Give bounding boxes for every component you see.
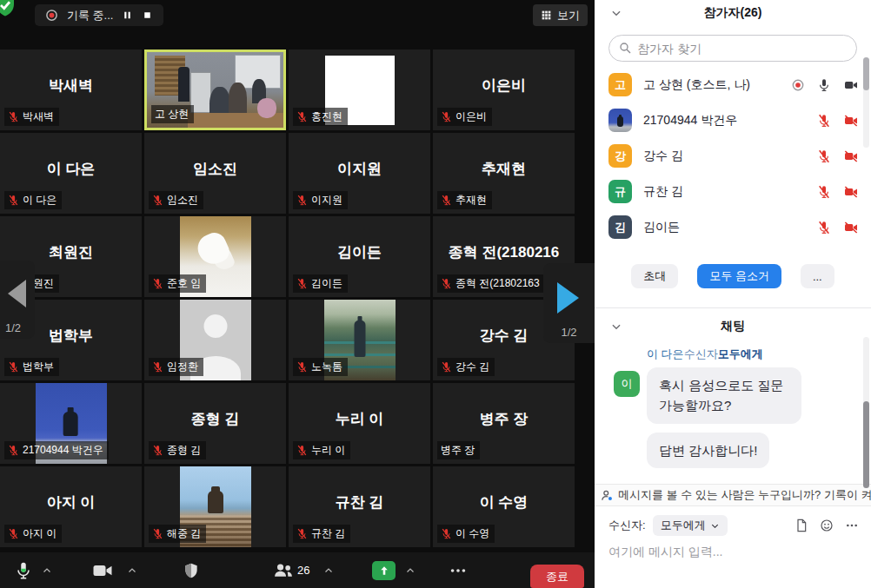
end-meeting-button[interactable]: 종료 <box>530 565 584 588</box>
video-tile[interactable]: 해중 김 <box>144 466 286 547</box>
tile-name-text: 임소진 <box>167 193 198 208</box>
chat-footer: 수신자: 모두에게 <box>595 506 871 588</box>
video-tile[interactable]: 누리 이 누리 이 <box>289 383 430 464</box>
participant-row[interactable]: 21704944 박건우 <box>595 102 871 138</box>
video-tile[interactable]: 이 다은 이 다은 <box>0 133 142 214</box>
tile-name-text: 규찬 김 <box>311 526 345 541</box>
tile-name-tag: 종형 김 <box>149 441 206 459</box>
tile-name-text: 김이든 <box>311 276 342 291</box>
camera-off-icon[interactable] <box>843 221 859 235</box>
collapse-chat-chevron[interactable] <box>610 320 622 333</box>
audio-options-chevron[interactable] <box>42 552 52 588</box>
participants-options-chevron[interactable] <box>323 552 334 588</box>
video-tile[interactable]: 김이든 김이든 <box>289 216 430 297</box>
tile-name-tag: 강수 김 <box>437 358 495 376</box>
participant-row[interactable]: 고 고 상현 (호스트, 나) <box>595 67 871 102</box>
gallery-prev-page-button[interactable]: 1/2 <box>0 261 35 339</box>
tile-name-text: 노녹톰 <box>311 360 342 374</box>
chat-sender-name[interactable]: 이 다은 <box>647 347 684 360</box>
chat-message-input[interactable] <box>608 545 859 558</box>
recipient-dropdown[interactable]: 모두에게 <box>653 515 728 536</box>
video-button[interactable] <box>92 552 113 588</box>
video-detail <box>178 67 189 101</box>
participants-more-button[interactable]: ... <box>801 264 834 288</box>
chat-recipient[interactable]: 모두에게 <box>718 347 763 360</box>
tile-name-tag: 법학부 <box>4 358 59 376</box>
mic-off-icon <box>296 528 308 539</box>
video-tile-active-speaker[interactable]: 고 상현 <box>144 50 286 130</box>
participant-row[interactable]: 강 강수 김 <box>595 138 871 174</box>
pause-recording-button[interactable] <box>122 10 133 21</box>
video-tile[interactable]: 이 수영 이 수영 <box>433 466 575 547</box>
camera-off-icon[interactable] <box>843 185 859 199</box>
page-indicator: 1/2 <box>0 321 35 334</box>
search-input[interactable] <box>608 35 857 62</box>
video-tile[interactable]: 이지원 이지원 <box>289 133 430 214</box>
chat-more-icon[interactable] <box>845 519 859 532</box>
participants-button[interactable]: 26 <box>273 552 309 588</box>
tile-name-tag: 고 상현 <box>151 105 194 123</box>
tile-name-tag: 임소진 <box>149 191 203 209</box>
video-detail <box>229 83 246 116</box>
video-tile[interactable]: 임소진 임소진 <box>144 133 286 214</box>
view-button[interactable]: 보기 <box>533 4 588 26</box>
mic-off-icon <box>296 445 308 456</box>
video-tile[interactable]: 노녹톰 <box>289 300 430 380</box>
video-tile[interactable]: 규찬 김 규찬 김 <box>289 466 430 547</box>
mute-all-button[interactable]: 모두 음소거 <box>697 264 781 288</box>
mute-button[interactable] <box>14 552 33 588</box>
mic-off-icon <box>296 278 308 289</box>
more-button[interactable] <box>449 552 468 588</box>
chevron-up-icon <box>323 565 334 576</box>
recording-dot-icon <box>45 9 58 22</box>
mic-off-icon[interactable] <box>817 114 831 128</box>
zoom-meeting-window: 기록 중... 보기 박새벽 박새벽 <box>0 0 871 588</box>
camera-off-icon[interactable] <box>843 114 859 128</box>
video-tile[interactable]: 추재현 추재현 <box>433 133 575 214</box>
video-tile[interactable]: 종형 김 종형 김 <box>144 383 286 464</box>
participants-header: 참가자(26) <box>595 0 871 26</box>
tile-name-text: 21704944 박건우 <box>23 443 103 458</box>
video-tile[interactable]: 박새벽 박새벽 <box>0 50 142 130</box>
video-tile[interactable]: 준호 임 <box>144 216 286 297</box>
share-options-chevron[interactable] <box>405 552 416 588</box>
participant-row[interactable]: 김 김이든 <box>595 209 871 245</box>
video-tile[interactable]: 21704944 박건우 <box>0 383 142 464</box>
invite-button[interactable]: 초대 <box>631 264 678 288</box>
mic-off-icon[interactable] <box>817 185 831 199</box>
recording-label: 기록 중... <box>67 8 113 23</box>
file-attach-icon[interactable] <box>795 519 808 532</box>
collapse-participants-chevron[interactable] <box>610 7 622 19</box>
video-tile[interactable]: 임정환 <box>144 300 286 380</box>
chat-scrollbar[interactable] <box>863 337 869 488</box>
video-tile[interactable]: 병주 장 병주 장 <box>433 383 575 464</box>
recording-indicator-icon <box>791 78 805 92</box>
camera-icon[interactable] <box>843 78 859 92</box>
page-indicator: 1/2 <box>543 326 595 339</box>
mic-off-icon[interactable] <box>817 149 831 163</box>
video-tile[interactable]: 이은비 이은비 <box>433 50 575 130</box>
camera-off-icon[interactable] <box>843 149 859 163</box>
mic-off-icon[interactable] <box>817 221 831 235</box>
gallery-next-page-button[interactable]: 1/2 <box>543 263 595 343</box>
participant-row[interactable]: 규 규찬 김 <box>595 174 871 209</box>
participant-name: 21704944 박건우 <box>643 113 817 129</box>
encryption-shield-icon[interactable] <box>0 0 18 18</box>
participants-scrollbar[interactable] <box>863 57 869 148</box>
tile-name-text: 강수 김 <box>455 360 489 374</box>
stop-recording-button[interactable] <box>142 10 153 21</box>
video-options-chevron[interactable] <box>127 552 137 588</box>
tile-name-tag: 준호 임 <box>149 274 206 293</box>
mic-off-icon <box>152 361 163 373</box>
tile-name-text: 고 상현 <box>155 107 189 122</box>
share-screen-button[interactable] <box>372 552 396 588</box>
security-button[interactable] <box>183 552 200 588</box>
video-tile[interactable]: 홍진현 <box>289 50 430 130</box>
mic-icon[interactable] <box>817 78 831 92</box>
chat-privacy-notice[interactable]: 메시지를 볼 수 있는 사람은 누구입니까? 기록이 켜져 <box>595 484 871 506</box>
emoji-icon[interactable] <box>820 519 834 532</box>
participants-title: 참가자(26) <box>704 5 762 21</box>
mic-off-icon <box>441 195 452 206</box>
video-tile[interactable]: 아지 이 아지 이 <box>0 466 142 547</box>
tile-name-tag: 병주 장 <box>437 441 480 459</box>
